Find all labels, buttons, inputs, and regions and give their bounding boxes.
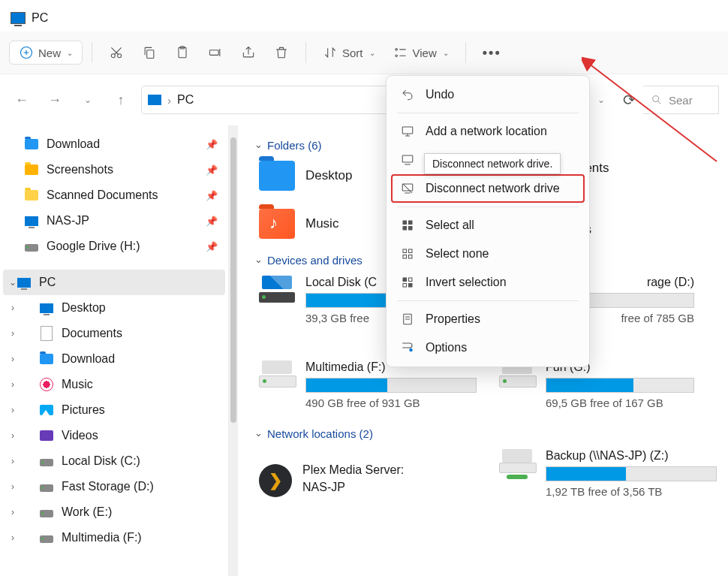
drive-fun-g[interactable]: Fun (G:)69,5 GB free of 167 GB	[499, 360, 694, 409]
nav-forward-button[interactable]: →	[42, 92, 68, 108]
sidebar-item-local-disk-c[interactable]: ›Local Disk (C:)	[3, 448, 225, 474]
nav-history-button[interactable]: ⌄	[75, 95, 101, 105]
group-network[interactable]: Network locations (2)	[254, 427, 722, 440]
svg-rect-19	[403, 255, 407, 259]
sidebar-item-scanned-documents[interactable]: Scanned Documents📌	[3, 182, 225, 208]
disconnect-icon	[400, 181, 415, 196]
drive-icon	[40, 510, 53, 517]
videos-icon	[40, 430, 53, 441]
document-icon	[41, 326, 53, 341]
sidebar-item-videos[interactable]: ›Videos	[3, 423, 225, 448]
menu-options[interactable]: Options	[391, 333, 585, 362]
sidebar-item-work-e[interactable]: ›Work (E:)	[3, 499, 225, 525]
storage-bar	[546, 378, 694, 393]
network-plex[interactable]: Plex Media Server:NAS-JP	[259, 449, 477, 511]
svg-point-26	[409, 348, 413, 352]
menu-properties[interactable]: Properties	[391, 305, 585, 333]
menu-select-all[interactable]: Select all	[391, 211, 585, 240]
view-label: View	[413, 47, 437, 59]
cut-button[interactable]	[101, 41, 131, 65]
chevron-right-icon[interactable]: ›	[8, 532, 18, 543]
view-button[interactable]: View ⌄	[386, 41, 456, 65]
pc-icon	[11, 12, 26, 24]
menu-disconnect-network-drive[interactable]: Disconnect network drive	[391, 174, 585, 203]
select-none-icon	[400, 246, 415, 261]
scrollbar-thumb[interactable]	[230, 137, 236, 423]
sidebar-item-download-pc[interactable]: ›Download	[3, 346, 225, 372]
toolbar: New ⌄ Sort ⌄ View ⌄ •••	[0, 32, 728, 74]
drive-icon	[25, 244, 38, 252]
sidebar-item-multimedia-f[interactable]: ›Multimedia (F:)	[3, 525, 225, 550]
chevron-right-icon[interactable]: ›	[8, 430, 18, 441]
delete-button[interactable]	[266, 41, 296, 65]
chevron-down-icon: ⌄	[443, 49, 449, 57]
chevron-right-icon[interactable]: ›	[8, 456, 18, 466]
pin-icon: 📌	[206, 139, 218, 150]
chevron-right-icon[interactable]: ›	[8, 481, 18, 492]
windows-drive-icon	[259, 276, 295, 306]
menu-label: Undo	[426, 88, 454, 101]
chevron-right-icon[interactable]: ›	[8, 303, 18, 313]
sidebar-item-google-drive[interactable]: Google Drive (H:)📌	[3, 234, 225, 259]
sidebar-item-pc[interactable]: ⌄PC	[3, 270, 225, 295]
sidebar-item-nas-jp[interactable]: NAS-JP📌	[3, 208, 225, 234]
sidebar-item-label: Download	[47, 137, 100, 151]
sidebar-item-label: Multimedia (F:)	[62, 531, 142, 544]
drive-icon	[40, 484, 53, 492]
share-button[interactable]	[233, 41, 263, 65]
tooltip: Disconnect network drive.	[424, 153, 561, 174]
refresh-button[interactable]: ⟳	[623, 91, 636, 109]
chevron-right-icon[interactable]: ›	[8, 379, 18, 390]
new-button[interactable]: New ⌄	[9, 41, 83, 65]
copy-button[interactable]	[134, 41, 164, 65]
menu-separator	[397, 300, 579, 301]
paste-button[interactable]	[167, 41, 197, 65]
network-backup-z[interactable]: Backup (\\NAS-JP) (Z:)1,92 TB free of 3,…	[499, 449, 717, 498]
network-drive-icon	[499, 449, 535, 479]
svg-rect-10	[402, 127, 413, 134]
search-placeholder: Sear	[669, 94, 693, 107]
folder-label: Music	[305, 216, 338, 231]
properties-icon	[400, 312, 415, 327]
drive-icon	[40, 535, 53, 543]
sidebar-item-desktop[interactable]: ›Desktop	[3, 295, 225, 321]
chevron-down-icon[interactable]: ⌄	[8, 277, 18, 288]
svg-point-8	[395, 55, 397, 57]
view-icon	[393, 45, 408, 60]
sidebar-item-fast-storage-d[interactable]: ›Fast Storage (D:)	[3, 474, 225, 499]
sidebar-item-pictures[interactable]: ›Pictures	[3, 397, 225, 423]
options-icon	[400, 340, 415, 355]
download-icon	[25, 139, 38, 149]
sidebar-item-label: PC	[39, 276, 56, 289]
chevron-right-icon[interactable]: ›	[8, 405, 18, 415]
drive-icon	[40, 459, 53, 466]
svg-rect-3	[147, 50, 154, 59]
address-dropdown[interactable]: ⌄	[588, 95, 614, 105]
menu-select-none[interactable]: Select none	[391, 240, 585, 268]
scrollbar[interactable]	[229, 125, 238, 576]
sidebar-item-download[interactable]: Download📌	[3, 131, 225, 157]
search-box[interactable]: Sear	[643, 86, 719, 114]
desktop-icon	[40, 303, 53, 313]
sidebar-item-screenshots[interactable]: Screenshots📌	[3, 157, 225, 182]
menu-invert-selection[interactable]: Invert selection	[391, 268, 585, 297]
nav-up-button[interactable]: ↑	[108, 92, 134, 108]
folder-desktop[interactable]: Desktop	[259, 161, 352, 191]
sort-button[interactable]: Sort ⌄	[315, 41, 383, 65]
drive-multimedia-f[interactable]: Multimedia (F:)490 GB free of 931 GB	[259, 360, 477, 409]
chevron-right-icon[interactable]: ›	[8, 354, 18, 364]
rename-button[interactable]	[200, 41, 230, 65]
menu-label: Invert selection	[426, 276, 507, 289]
sidebar-item-documents[interactable]: ›Documents	[3, 321, 225, 346]
breadcrumb-location[interactable]: PC	[177, 93, 194, 107]
menu-add-network-location[interactable]: Add a network location	[391, 117, 585, 146]
sort-icon	[323, 45, 338, 60]
svg-rect-6	[210, 50, 219, 56]
more-button[interactable]: •••	[475, 41, 509, 65]
nav-back-button[interactable]: ←	[9, 92, 35, 108]
chevron-right-icon[interactable]: ›	[8, 328, 18, 339]
menu-undo[interactable]: Undo	[391, 80, 585, 109]
sidebar-item-music[interactable]: ›Music	[3, 372, 225, 397]
chevron-right-icon[interactable]: ›	[8, 507, 18, 517]
folder-music[interactable]: Music	[259, 209, 352, 239]
